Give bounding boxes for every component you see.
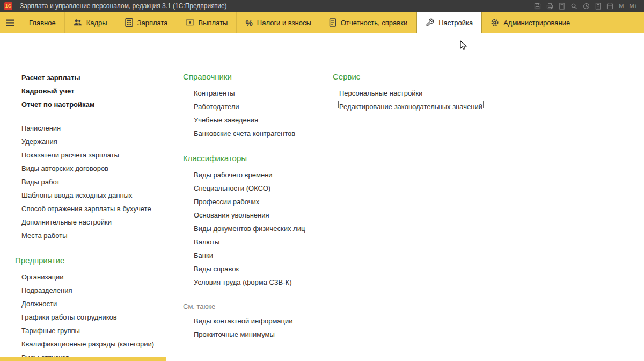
tab-administrirovanie[interactable]: Администрирование [482, 12, 579, 33]
main-menu-button[interactable] [0, 12, 20, 33]
tab-label: Зарплата [137, 19, 168, 27]
tab-otchetnost[interactable]: Отчетность, справки [320, 12, 416, 33]
tab-label: Администрирование [503, 19, 570, 27]
banknote-icon [186, 19, 194, 26]
menu-link[interactable]: Шаблоны ввода исходных данных [21, 189, 132, 202]
section-header-servis: Сервис [333, 70, 482, 83]
menu-link-redaktirovanie-zakonodatelnyh[interactable]: Редактирование законодательных значений [339, 100, 482, 113]
menu-link[interactable]: Виды работ [21, 175, 60, 189]
menu-link-otchet-po-nastroykam[interactable]: Отчет по настройкам [21, 98, 94, 111]
print-preview-icon[interactable] [559, 3, 565, 10]
settings-menu-panel: Расчет зарплаты Кадровый учет Отчет по н… [0, 33, 644, 361]
memory-button[interactable]: M [619, 3, 624, 9]
menu-column-servis: Сервис Персональные настройки Редактиров… [333, 70, 482, 113]
menu-link[interactable]: Контрагенты [194, 86, 235, 100]
tab-label: Налоги и взносы [257, 19, 311, 27]
menu-link[interactable]: Учебные заведения [194, 113, 258, 127]
menu-link[interactable]: Удержания [21, 135, 57, 148]
app-logo-icon: 1С [4, 2, 12, 10]
menu-link[interactable]: Должности [21, 297, 57, 311]
report-document-icon [329, 18, 336, 27]
menu-column-main: Расчет зарплаты Кадровый учет Отчет по н… [15, 71, 154, 361]
menu-link[interactable]: Начисления [21, 121, 61, 135]
menu-link[interactable]: Способ отражения зарплаты в бухучете [21, 202, 151, 215]
tab-vyplaty[interactable]: Выплаты [177, 12, 237, 33]
menu-link[interactable]: Квалификационные разряды (категории) [21, 337, 154, 351]
menu-link[interactable]: Виды рабочего времени [194, 168, 273, 182]
window-title: Зарплата и управление персоналом, редакц… [20, 2, 227, 10]
tab-nastroyka[interactable]: Настройка [416, 12, 482, 33]
wrench-icon [426, 18, 434, 27]
menu-link-kadrovy-uchet[interactable]: Кадровый учет [21, 84, 74, 98]
menu-link[interactable]: Виды документов физических лиц [194, 222, 305, 235]
titlebar-tools: M M+ [534, 3, 638, 10]
bottom-frame-strip [0, 357, 166, 361]
tab-label: Настройка [438, 19, 473, 27]
menu-link[interactable]: Валюты [194, 235, 219, 249]
tab-glavnoe[interactable]: Главное [20, 12, 65, 33]
menu-link-raschet-zarplaty[interactable]: Расчет зарплаты [21, 71, 80, 84]
percent-icon: % [245, 18, 252, 27]
menu-link[interactable]: Профессии рабочих [194, 195, 259, 208]
menu-link[interactable]: Тарифные группы [21, 324, 80, 337]
menu-link[interactable]: Подразделения [21, 284, 72, 297]
menu-link[interactable]: Виды авторских договоров [21, 162, 108, 175]
section-tabs-bar: Главное Кадры Зарплата Выплаты % Налоги … [0, 12, 644, 33]
gear-icon [491, 18, 499, 27]
menu-link[interactable]: Банки [194, 249, 213, 262]
tab-kadry[interactable]: Кадры [65, 12, 116, 33]
tab-zarplata[interactable]: Зарплата [116, 12, 177, 33]
menu-link[interactable]: Показатели расчета зарплаты [21, 148, 119, 162]
tab-label: Выплаты [199, 19, 228, 27]
section-header-spravochniki: Справочники [183, 70, 305, 83]
menu-link[interactable]: Места работы [21, 229, 68, 242]
section-header-klassifikatory: Классификаторы [183, 151, 305, 165]
hamburger-icon [6, 19, 14, 26]
menu-column-spravochniki: Справочники Контрагенты Работодатели Уче… [183, 70, 305, 341]
calculator-grid-icon [125, 18, 133, 27]
save-icon[interactable] [534, 3, 541, 10]
calendar-icon[interactable] [606, 3, 613, 10]
menu-link[interactable]: Банковские счета контрагентов [194, 127, 295, 140]
menu-link[interactable]: Графики работы сотрудников [21, 311, 117, 324]
print-icon[interactable] [546, 3, 553, 10]
zoom-icon[interactable] [570, 3, 577, 10]
menu-link[interactable]: Прожиточные минимумы [194, 328, 275, 341]
menu-link[interactable]: Специальности (ОКСО) [194, 182, 270, 195]
memory-plus-button[interactable]: M+ [629, 3, 638, 9]
tab-label: Кадры [86, 19, 107, 27]
menu-link[interactable]: Виды справок [194, 262, 239, 276]
tab-label: Отчетность, справки [341, 19, 407, 27]
tab-nalogi[interactable]: % Налоги и взносы [237, 12, 320, 33]
menu-link[interactable]: Работодатели [194, 100, 239, 113]
calculator-icon[interactable] [595, 3, 601, 10]
menu-link[interactable]: Основания увольнения [194, 208, 269, 222]
see-also-label: См. также [183, 300, 305, 313]
menu-link[interactable]: Организации [21, 270, 64, 284]
people-icon [74, 18, 82, 27]
menu-link-personalnye-nastroyki[interactable]: Персональные настройки [339, 86, 422, 100]
tab-label: Главное [29, 19, 56, 27]
menu-link[interactable]: Условия труда (форма СЗВ-К) [194, 276, 291, 289]
history-icon[interactable] [583, 3, 590, 10]
menu-link[interactable]: Дополнительные настройки [21, 215, 112, 229]
titlebar: 1С Зарплата и управление персоналом, ред… [0, 0, 644, 12]
section-header-predpriyatie: Предприятие [15, 254, 154, 267]
menu-link[interactable]: Виды контактной информации [194, 314, 293, 328]
